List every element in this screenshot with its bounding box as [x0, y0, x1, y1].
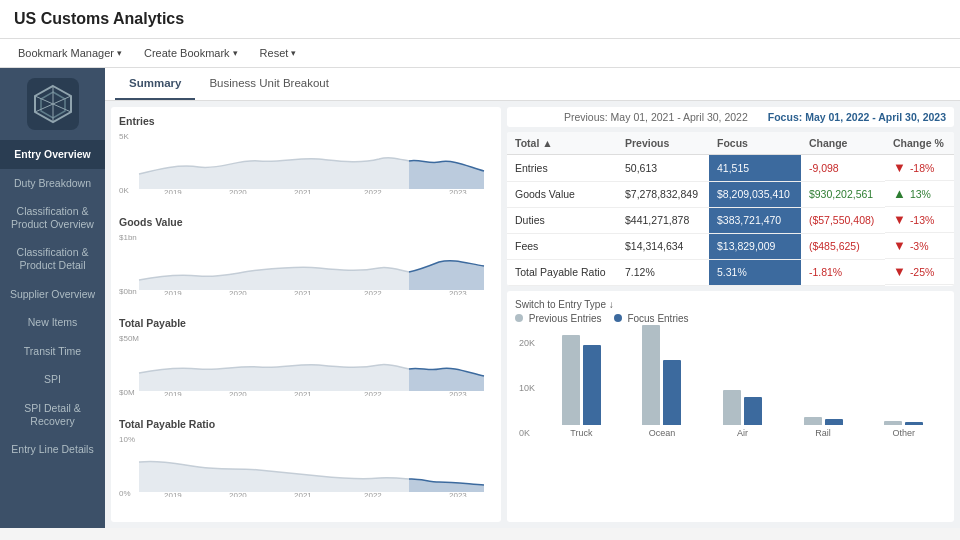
svg-text:2020: 2020: [229, 390, 247, 396]
table-cell-change-pct: ▼-13%: [885, 207, 954, 233]
table-cell-metric: Fees: [507, 233, 617, 259]
svg-text:5K: 5K: [119, 132, 129, 141]
svg-text:2023: 2023: [449, 390, 467, 396]
date-header: Previous: May 01, 2021 - April 30, 2022 …: [507, 107, 954, 127]
main-layout: Entry Overview Duty Breakdown Classifica…: [0, 68, 960, 528]
previous-bar: [723, 390, 741, 425]
table-cell-change: -1.81%: [801, 259, 885, 285]
sidebar-item-supplier-overview[interactable]: Supplier Overview: [0, 280, 105, 309]
svg-text:2021: 2021: [294, 390, 312, 396]
bar-chart: 20K10K0KTruckOceanAirRailOther: [515, 328, 946, 438]
bar-label: Rail: [815, 428, 831, 438]
app-header: US Customs Analytics: [0, 0, 960, 39]
svg-text:10%: 10%: [119, 435, 135, 444]
svg-text:2021: 2021: [294, 188, 312, 194]
app-title: US Customs Analytics: [14, 10, 184, 27]
svg-text:$0bn: $0bn: [119, 287, 137, 295]
svg-text:2019: 2019: [164, 188, 182, 194]
bar-chart-panel: Switch to Entry Type ↓ Previous Entries …: [507, 291, 954, 523]
tab-business-unit-breakout[interactable]: Business Unit Breakout: [195, 68, 343, 100]
col-change-pct: Change %: [885, 132, 954, 155]
previous-date-range: Previous: May 01, 2021 - April 30, 2022: [564, 111, 748, 123]
goods-value-chart: $1bn $0bn 2019 2020 2021 2022 2023: [119, 230, 493, 295]
table-cell-change-pct: ▼-25%: [885, 259, 954, 285]
tab-summary[interactable]: Summary: [115, 68, 195, 100]
sidebar-item-entry-line-details[interactable]: Entry Line Details: [0, 435, 105, 464]
table-cell-change: -9,098: [801, 155, 885, 182]
legend-focus-dot: [614, 314, 622, 322]
bookmark-manager-button[interactable]: Bookmark Manager ▾: [14, 45, 126, 61]
total-payable-ratio-chart: 10% 0% 2019 2020 2021 2022 2023: [119, 432, 493, 497]
legend-previous: Previous Entries: [515, 313, 602, 324]
table-cell-focus: $383,721,470: [709, 207, 801, 233]
switch-entry-type-label[interactable]: Switch to Entry Type ↓: [515, 299, 946, 310]
svg-text:2023: 2023: [449, 289, 467, 295]
sidebar-item-classification-product-overview[interactable]: Classification & Product Overview: [0, 197, 105, 238]
bar-label: Truck: [570, 428, 592, 438]
bar-group: Rail: [785, 417, 862, 438]
svg-text:2020: 2020: [229, 289, 247, 295]
previous-bar: [562, 335, 580, 425]
table-cell-change: ($485,625): [801, 233, 885, 259]
bar-group: Air: [704, 390, 781, 438]
svg-text:2020: 2020: [229, 491, 247, 497]
sidebar-item-duty-breakdown[interactable]: Duty Breakdown: [0, 169, 105, 198]
create-bookmark-button[interactable]: Create Bookmark ▾: [140, 45, 242, 61]
total-payable-ratio-label: Total Payable Ratio: [119, 418, 493, 430]
right-panel: Previous: May 01, 2021 - April 30, 2022 …: [507, 107, 954, 522]
svg-text:$0M: $0M: [119, 388, 135, 396]
goods-value-label: Goods Value: [119, 216, 493, 228]
bar-group: Other: [865, 421, 942, 438]
chevron-down-icon: ▾: [233, 48, 238, 58]
sidebar-item-classification-product-detail[interactable]: Classification & Product Detail: [0, 238, 105, 279]
svg-text:2019: 2019: [164, 491, 182, 497]
legend-previous-dot: [515, 314, 523, 322]
chevron-down-icon: ▾: [291, 48, 296, 58]
bar-label: Other: [892, 428, 915, 438]
focus-bar: [905, 422, 923, 425]
sidebar-item-entry-overview[interactable]: Entry Overview: [0, 140, 105, 169]
reset-button[interactable]: Reset ▾: [256, 45, 301, 61]
sidebar-item-new-items[interactable]: New Items: [0, 308, 105, 337]
previous-bar: [884, 421, 902, 425]
svg-text:2022: 2022: [364, 188, 382, 194]
table-cell-metric: Goods Value: [507, 181, 617, 207]
sidebar-nav: Entry Overview Duty Breakdown Classifica…: [0, 140, 105, 464]
svg-text:2023: 2023: [449, 491, 467, 497]
table-cell-metric: Duties: [507, 207, 617, 233]
chevron-down-icon: ▾: [117, 48, 122, 58]
table-cell-change: ($57,550,408): [801, 207, 885, 233]
entries-chart: 5K 0K 2019 2020 2: [119, 129, 493, 194]
table-cell-change-pct: ▼-3%: [885, 233, 954, 259]
svg-text:2021: 2021: [294, 289, 312, 295]
svg-text:2021: 2021: [294, 491, 312, 497]
table-cell-metric: Total Payable Ratio: [507, 259, 617, 285]
focus-bar: [825, 419, 843, 425]
previous-bar: [642, 325, 660, 425]
table-cell-previous: $7,278,832,849: [617, 181, 709, 207]
col-previous: Previous: [617, 132, 709, 155]
total-payable-label: Total Payable: [119, 317, 493, 329]
col-focus: Focus: [709, 132, 801, 155]
table-cell-change: $930,202,561: [801, 181, 885, 207]
table-cell-previous: $441,271,878: [617, 207, 709, 233]
bar-label: Ocean: [649, 428, 676, 438]
legend-focus: Focus Entries: [614, 313, 689, 324]
total-payable-chart-section: Total Payable $50M $0M 2019 2020: [119, 317, 493, 413]
svg-text:2019: 2019: [164, 289, 182, 295]
svg-text:2022: 2022: [364, 289, 382, 295]
sidebar-item-transit-time[interactable]: Transit Time: [0, 337, 105, 366]
sidebar-item-spi-detail-recovery[interactable]: SPI Detail & Recovery: [0, 394, 105, 435]
col-total: Total ▲: [507, 132, 617, 155]
focus-date-range: Focus: May 01, 2022 - April 30, 2023: [768, 111, 946, 123]
content-area: Summary Business Unit Breakout Entries 5…: [105, 68, 960, 528]
app-container: US Customs Analytics Bookmark Manager ▾ …: [0, 0, 960, 528]
sidebar-item-spi[interactable]: SPI: [0, 365, 105, 394]
goods-value-chart-section: Goods Value $1bn $0bn 2019 2020: [119, 216, 493, 312]
svg-text:2022: 2022: [364, 491, 382, 497]
table-cell-focus: 5.31%: [709, 259, 801, 285]
table-cell-change-pct: ▼-18%: [885, 155, 954, 181]
focus-bar: [744, 397, 762, 425]
table-cell-focus: $13,829,009: [709, 233, 801, 259]
chart-legend: Previous Entries Focus Entries: [515, 313, 946, 324]
